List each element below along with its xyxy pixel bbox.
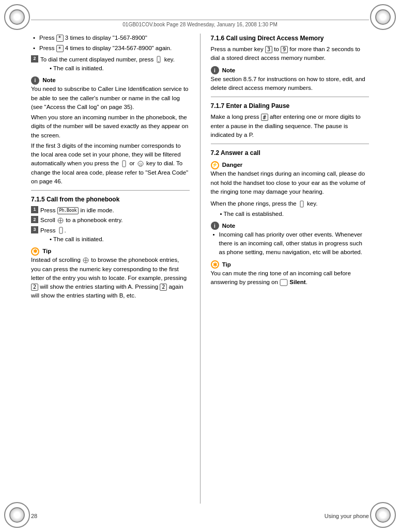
call-icon-1 [120,160,128,167]
scroll-icon-2 [82,257,89,264]
step-715-2: 2 Scroll to a phonebook entry. [31,216,190,225]
section-717: 7.1.7 Enter a Dialing Pause Make a long … [211,101,370,139]
corner-decoration-br [370,502,396,528]
tip-block-72: ✱ Tip You can mute the ring tone of an i… [211,260,370,287]
page-footer: 28 Using your phone [31,513,369,519]
scroll-icon [57,217,64,224]
svg-rect-9 [280,279,287,286]
section-715: 7.1.5 Call from the phonebook 1 Press Ph… [31,195,190,301]
step-715-3: 3 Press . • The call is initiated. [31,226,190,244]
note-block-72: i Note • Incoming call has priority over… [211,222,370,257]
corner-decoration-tr [370,4,396,30]
corner-decoration-tl [4,4,30,30]
bullet-press-3-times: • Press * 3 times to display "1-567-8900… [31,34,190,42]
svg-text:)): )) [139,162,142,166]
divider-1 [31,190,190,191]
page-number: 28 [31,513,37,519]
right-column: 7.1.6 Call using Direct Access Memory Pr… [211,34,370,504]
column-divider [200,34,201,504]
tip-block-715: ✱ Tip Instead of scrolling to browse the… [31,247,190,301]
silent-key-icon [280,279,288,286]
section-716-title: 7.1.6 Call using Direct Access Memory [211,34,370,43]
note-block-716: i Note See section 8.5.7 for instruction… [211,66,370,93]
call-key-icon-3 [298,200,305,208]
speaker-icon: )) [136,160,145,167]
header-file-info: 01GB01COV.book Page 28 Wednesday, Januar… [31,20,369,27]
section-717-title: 7.1.7 Enter a Dialing Pause [211,101,370,111]
step-715-1: 1 Press Ph.Book in idle mode. [31,206,190,215]
section-715-title: 7.1.5 Call from the phonebook [31,195,190,204]
divider-3 [211,144,370,144]
danger-block-72: ⚡ Danger When the handset rings during a… [211,161,370,196]
note-block-caller-line: i Note You need to subscribe to Caller L… [31,76,190,186]
corner-decoration-bl [4,502,30,528]
bullet-press-4-times: • Press * 4 times to display "234-567-89… [31,44,190,53]
main-content: • Press * 3 times to display "1-567-8900… [31,34,369,504]
section-72-title: 7.2 Answer a call [211,148,370,158]
section-716: 7.1.6 Call using Direct Access Memory Pr… [211,34,370,92]
step-2-dial: 2 To dial the current displayed number, … [31,55,190,73]
call-key-icon-2 [57,227,65,234]
section-72: 7.2 Answer a call ⚡ Danger When the hand… [211,148,370,287]
left-column: • Press * 3 times to display "1-567-8900… [31,34,190,504]
page-container: 01GB01COV.book Page 28 Wednesday, Januar… [0,0,400,532]
section-label: Using your phone [325,513,369,519]
divider-2 [211,97,370,97]
call-key-icon [155,56,162,63]
